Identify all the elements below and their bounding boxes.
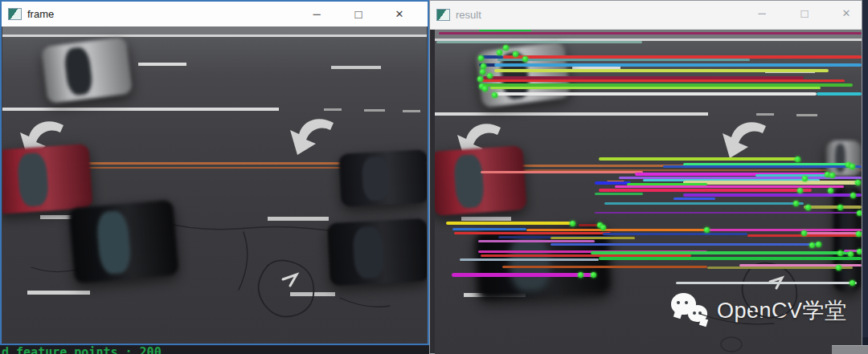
feature-point: [850, 193, 856, 198]
road-arrow: [290, 119, 334, 155]
track-line: [494, 92, 817, 96]
track-line: [526, 229, 707, 231]
car-gray-partial: [826, 140, 862, 176]
car-red: [2, 144, 93, 214]
track-line: [599, 189, 812, 192]
feature-point: [482, 86, 488, 92]
track-line: [595, 181, 631, 185]
feature-point: [704, 227, 710, 233]
car-windshield: [17, 153, 49, 207]
road-arrow: [723, 122, 766, 158]
feature-point: [837, 205, 843, 210]
window-title: result: [456, 9, 481, 21]
track-line: [478, 240, 595, 242]
minimize-button[interactable]: ─: [305, 2, 328, 26]
window-icon: [8, 8, 22, 20]
track-line: [676, 282, 857, 284]
track-line: [482, 79, 845, 82]
track-line: [817, 92, 862, 96]
track-line: [599, 257, 862, 260]
minimize-button[interactable]: ─: [751, 1, 773, 25]
close-button[interactable]: ✕: [835, 1, 858, 25]
car-windshield: [453, 154, 485, 209]
feature-points-status: d feature points : 200: [2, 345, 162, 354]
feature-point: [793, 201, 799, 206]
feature-point: [487, 73, 493, 79]
track-line: [683, 193, 862, 197]
car-windshield: [508, 234, 551, 292]
titlebar-result[interactable]: result ─ □ ✕: [430, 1, 862, 30]
car-dark-edge: [833, 187, 862, 291]
feature-point: [497, 50, 502, 55]
track-line: [460, 258, 599, 261]
track-line: [804, 205, 862, 209]
feature-point: [828, 188, 833, 193]
track-line: [604, 202, 804, 205]
feature-point: [801, 230, 807, 236]
maximize-button[interactable]: □: [793, 1, 816, 25]
track-line: [707, 229, 862, 231]
feature-point: [797, 188, 803, 193]
feature-point: [578, 272, 583, 278]
feature-point: [837, 250, 843, 256]
feature-point: [503, 45, 509, 51]
status-strip: d feature points : 200: [0, 345, 429, 354]
track-line: [579, 224, 599, 226]
track-line: [595, 212, 862, 214]
track-line: [446, 222, 571, 225]
feature-point: [857, 210, 862, 216]
track-line: [599, 157, 797, 161]
track-line: [439, 32, 862, 35]
track-line: [481, 171, 643, 173]
track-line: [436, 41, 642, 43]
car-windshield: [361, 157, 390, 201]
track-line: [663, 165, 862, 168]
track-line: [603, 233, 747, 235]
video-frame-canvas: [2, 26, 427, 344]
track-line: [551, 243, 820, 246]
track-line: [497, 59, 750, 61]
car-windshield: [835, 144, 845, 173]
feature-point: [478, 55, 484, 61]
car-dark-top-right: [338, 149, 427, 207]
track-line: [551, 237, 635, 239]
feature-point: [802, 176, 808, 181]
track-line: [452, 273, 595, 277]
background-window-corner: [832, 345, 868, 354]
feature-point: [848, 251, 854, 257]
video-result-canvas: OpenCV学堂: [435, 30, 862, 354]
feature-point: [850, 164, 855, 169]
car-red: [435, 145, 527, 216]
track-line: [707, 267, 853, 269]
feature-point: [600, 225, 606, 230]
window-result: OpenCV学堂 result ─ □ ✕: [429, 0, 862, 354]
car-shading: [2, 144, 93, 214]
car-windshield: [352, 226, 384, 279]
titlebar-frame[interactable]: frame ─ □ ✕: [2, 2, 428, 26]
maximize-button[interactable]: □: [347, 2, 370, 26]
close-button[interactable]: ✕: [388, 2, 411, 26]
car-dark-right: [327, 218, 427, 286]
track-line: [454, 232, 611, 234]
feature-point: [481, 63, 486, 69]
feature-point: [492, 92, 497, 98]
background-window-strip: [862, 0, 868, 337]
feature-point: [809, 242, 815, 248]
feature-point: [477, 76, 483, 82]
feature-point: [855, 180, 861, 185]
car-suv-black: [68, 200, 179, 284]
feature-point: [480, 69, 485, 75]
track-line: [502, 266, 707, 268]
feature-point: [805, 205, 811, 210]
window-icon: [436, 9, 450, 21]
window-title: frame: [27, 8, 54, 20]
feature-point: [591, 272, 596, 278]
feature-point: [850, 280, 855, 286]
feature-point: [513, 51, 518, 57]
track-line: [452, 228, 526, 230]
feature-point: [829, 173, 835, 178]
feature-point: [570, 221, 575, 226]
car-silver: [41, 37, 133, 104]
track-line: [494, 63, 862, 67]
feature-point: [856, 231, 862, 237]
